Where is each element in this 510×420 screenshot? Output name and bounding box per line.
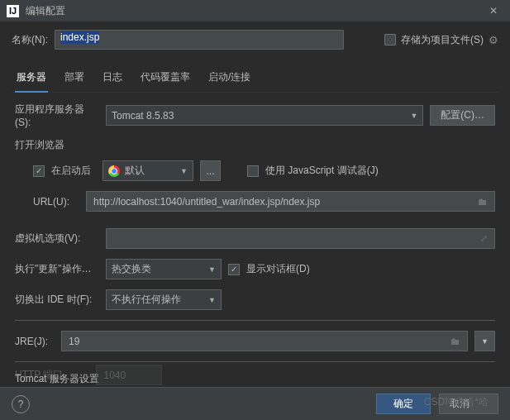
store-as-project-label: 存储为项目文件(S) [401,33,484,47]
url-input[interactable]: http://localhost:1040/untitled_war/index… [86,191,495,212]
folder-icon[interactable]: 🖿 [450,336,460,347]
ok-button[interactable]: 确定 [376,394,431,414]
on-update-label: 执行"更新"操作… [15,262,99,276]
jre-label: JRE(J): [15,336,55,347]
close-icon[interactable]: ✕ [484,5,503,17]
on-frame-label: 切换出 IDE 时(F): [15,293,99,307]
tab-coverage[interactable]: 代码覆盖率 [139,66,192,92]
browser-section-title: 打开浏览器 [15,138,495,152]
browser-select[interactable]: 默认 ▼ [102,160,193,181]
gear-icon[interactable]: ⚙ [489,34,498,46]
browser-more-button[interactable]: ... [200,160,221,181]
store-as-project-checkbox[interactable] [384,34,396,45]
jre-dropdown-button[interactable]: ▼ [474,331,495,351]
cancel-button[interactable]: 取消 [439,394,498,414]
tab-deploy[interactable]: 部署 [63,66,86,92]
help-button[interactable]: ? [12,395,30,413]
chevron-down-icon: ▼ [208,265,216,274]
folder-icon[interactable]: 🖿 [478,196,488,208]
app-icon: IJ [7,5,19,17]
chrome-icon [108,165,120,177]
chevron-down-icon: ▼ [410,112,417,120]
show-dialog-checkbox[interactable]: ✓ [228,264,240,275]
show-dialog-label: 显示对话框(D) [246,262,310,276]
on-update-select[interactable]: 热交换类▼ [106,259,222,279]
on-frame-select[interactable]: 不执行任何操作▼ [106,289,222,310]
name-input[interactable]: index.jsp [55,30,344,50]
http-port-input[interactable]: 1040 [96,365,162,385]
tab-startup[interactable]: 启动/连接 [207,66,252,92]
tab-server[interactable]: 服务器 [15,66,48,93]
vm-options-input[interactable]: ⤢ [106,228,495,249]
expand-icon[interactable]: ⤢ [480,233,488,244]
name-label: 名称(N): [12,33,55,47]
after-launch-checkbox[interactable]: ✓ [33,165,45,177]
appserver-select[interactable]: Tomcat 8.5.83▼ [106,105,423,126]
js-debugger-label: 使用 JavaScript 调试器(J) [265,164,379,178]
vm-options-label: 虚拟机选项(V): [15,231,99,246]
tabs: 服务器 部署 日志 代码覆盖率 启动/连接 [12,58,498,93]
chevron-down-icon: ▼ [208,296,216,304]
after-launch-label: 在启动后 [51,164,91,178]
js-debugger-checkbox[interactable] [247,165,259,177]
dialog-title: 编辑配置 [26,4,484,18]
appserver-label: 应用程序服务器(S): [15,103,99,128]
url-label: URL(U): [33,196,79,208]
configure-button[interactable]: 配置(C)… [430,105,495,126]
tab-logs[interactable]: 日志 [101,66,124,92]
http-port-label: HTTP 端口 [15,368,63,382]
jre-input[interactable]: 19 🖿 [61,331,468,351]
chevron-down-icon: ▼ [180,167,188,175]
